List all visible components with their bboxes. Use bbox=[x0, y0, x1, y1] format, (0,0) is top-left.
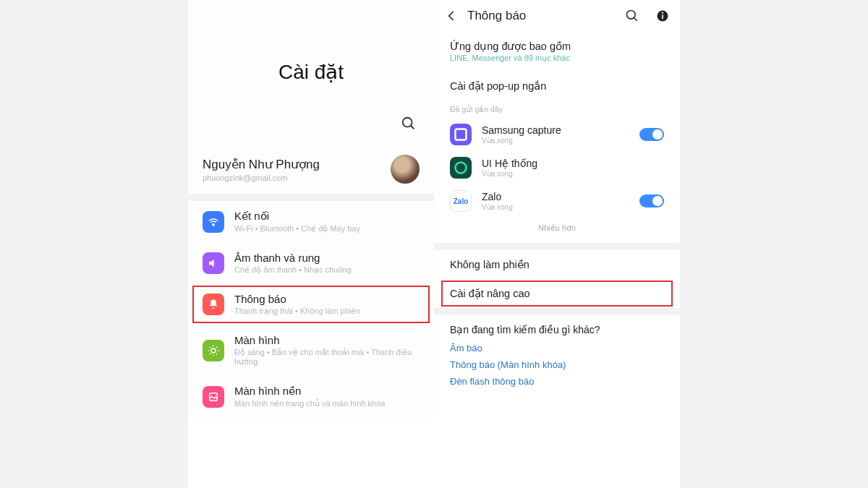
svg-point-6 bbox=[627, 11, 636, 20]
back-icon[interactable] bbox=[444, 9, 459, 23]
phone-notifications: Thông báo Ứng dụng được bao gồm LINE, Me… bbox=[434, 0, 680, 488]
spacer bbox=[434, 243, 680, 250]
settings-item-sounds[interactable]: Âm thanh và rung Chế độ âm thanh • Nhạc … bbox=[188, 242, 434, 283]
search-icon[interactable] bbox=[625, 9, 639, 23]
settings-item-notifications[interactable]: Thông báo Thanh trạng thái • Không làm p… bbox=[188, 283, 434, 325]
related-title: Bạn đang tìm kiếm điều gì khác? bbox=[434, 315, 680, 340]
bell-icon bbox=[203, 294, 224, 315]
svg-point-3 bbox=[213, 307, 214, 309]
app-row-samsung-capture[interactable]: Samsung capture Vừa xong bbox=[434, 118, 680, 151]
item-label: Màn hình nền bbox=[234, 385, 385, 398]
wifi-icon bbox=[203, 211, 224, 233]
svg-point-0 bbox=[403, 118, 412, 127]
section-included-apps[interactable]: Ứng dụng được bao gồm LINE, Messenger và… bbox=[434, 32, 680, 72]
toggle[interactable] bbox=[639, 194, 664, 207]
spacer bbox=[434, 308, 680, 315]
item-label: Màn hình bbox=[234, 334, 420, 346]
svg-line-7 bbox=[634, 18, 637, 21]
related-link[interactable]: Thông báo (Màn hình khóa) bbox=[434, 356, 680, 373]
app-name: UI Hệ thống bbox=[482, 158, 629, 169]
sound-icon bbox=[203, 252, 224, 274]
page-title: Cài đặt bbox=[205, 60, 417, 84]
section-sub: LINE, Messenger và 89 mục khác bbox=[450, 53, 664, 63]
svg-point-4 bbox=[211, 348, 216, 353]
stage: Cài đặt Nguyễn Như Phượng phuongzink@gma… bbox=[0, 0, 868, 488]
section-title: Cài đặt nâng cao bbox=[450, 288, 664, 299]
svg-rect-11 bbox=[456, 129, 467, 140]
search-icon[interactable] bbox=[401, 116, 417, 132]
section-dnd[interactable]: Không làm phiền bbox=[434, 250, 680, 279]
settings-item-display[interactable]: Màn hình Độ sáng • Bảo vệ cho mắt thoải … bbox=[188, 325, 434, 375]
profile-name: Nguyễn Như Phượng bbox=[203, 157, 320, 172]
svg-point-12 bbox=[456, 163, 467, 174]
settings-item-wallpaper[interactable]: Màn hình nền Màn hình nền trang chủ và m… bbox=[188, 375, 434, 417]
svg-point-2 bbox=[213, 223, 214, 225]
app-sub: Vừa xong bbox=[482, 137, 629, 145]
more-link[interactable]: Nhiều hơn bbox=[434, 218, 680, 243]
toggle-placeholder bbox=[639, 161, 664, 174]
app-icon bbox=[450, 157, 472, 179]
section-title: Cài đặt pop-up ngắn bbox=[450, 80, 664, 92]
wallpaper-icon bbox=[203, 386, 224, 408]
profile-card[interactable]: Nguyễn Như Phượng phuongzink@gmail.com bbox=[188, 145, 434, 194]
svg-point-10 bbox=[662, 12, 663, 14]
profile-email: phuongzink@gmail.com bbox=[203, 174, 320, 182]
settings-item-connections[interactable]: Kết nối Wi-Fi • Bluetooth • Chế độ Máy b… bbox=[188, 201, 434, 242]
app-sub: Vừa xong bbox=[482, 170, 629, 178]
info-icon[interactable] bbox=[655, 9, 670, 23]
app-name: Samsung capture bbox=[482, 124, 629, 136]
app-row-zalo[interactable]: Zalo Zalo Vừa xong bbox=[434, 184, 680, 218]
section-advanced[interactable]: Cài đặt nâng cao bbox=[434, 279, 680, 308]
page-header: Thông báo bbox=[434, 0, 680, 32]
item-label: Âm thanh và rung bbox=[234, 252, 352, 264]
section-title: Ứng dụng được bao gồm bbox=[450, 40, 664, 52]
app-sub: Vừa xong bbox=[482, 203, 629, 211]
item-sub: Wi-Fi • Bluetooth • Chế độ Máy bay bbox=[234, 224, 360, 234]
app-name: Zalo bbox=[482, 191, 629, 202]
item-sub: Thanh trạng thái • Không làm phiền bbox=[234, 307, 360, 316]
toggle[interactable] bbox=[639, 128, 664, 141]
related-link[interactable]: Âm báo bbox=[434, 340, 680, 356]
related-link[interactable]: Đèn flash thông báo bbox=[434, 373, 680, 390]
section-popup[interactable]: Cài đặt pop-up ngắn bbox=[434, 72, 680, 100]
avatar bbox=[391, 155, 420, 184]
recent-label: Đã gửi gần đây bbox=[434, 100, 680, 118]
display-icon bbox=[203, 340, 224, 361]
section-title: Không làm phiền bbox=[450, 259, 664, 270]
app-icon bbox=[450, 124, 472, 145]
spacer bbox=[188, 194, 434, 201]
item-label: Thông báo bbox=[234, 293, 360, 305]
phone-settings: Cài đặt Nguyễn Như Phượng phuongzink@gma… bbox=[188, 0, 434, 488]
app-icon: Zalo bbox=[450, 190, 472, 212]
page-title: Thông báo bbox=[467, 9, 609, 23]
settings-hero: Cài đặt bbox=[188, 0, 434, 145]
item-sub: Chế độ âm thanh • Nhạc chuông bbox=[234, 265, 352, 275]
app-row-system-ui[interactable]: UI Hệ thống Vừa xong bbox=[434, 151, 680, 184]
item-sub: Màn hình nền trang chủ và màn hình khóa bbox=[234, 399, 385, 408]
svg-rect-9 bbox=[662, 14, 663, 19]
svg-line-1 bbox=[411, 126, 414, 129]
item-label: Kết nối bbox=[234, 210, 360, 223]
item-sub: Độ sáng • Bảo vệ cho mắt thoải mái • Tha… bbox=[234, 348, 420, 367]
